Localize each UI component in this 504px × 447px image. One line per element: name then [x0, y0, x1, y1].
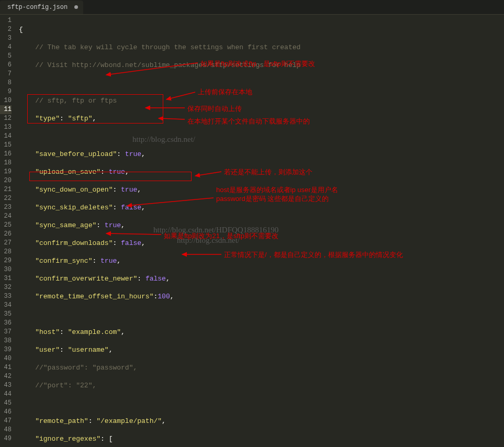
line-number: 8 — [0, 79, 12, 87]
line-number: 6 — [0, 61, 12, 70]
line-number: 47 — [0, 417, 12, 426]
line-number: 22 — [0, 194, 12, 203]
line-number: 5 — [0, 52, 12, 61]
line-number: 13 — [0, 123, 12, 132]
line-number: 44 — [0, 390, 12, 399]
line-number: 2 — [0, 25, 12, 34]
line-number: 24 — [0, 212, 12, 221]
line-number: 48 — [0, 426, 12, 434]
line-number: 26 — [0, 230, 12, 239]
line-number: 45 — [0, 399, 12, 408]
line-number: 11 — [0, 105, 12, 114]
line-number: 33 — [0, 292, 12, 301]
line-number: 10 — [0, 96, 12, 105]
line-number: 27 — [0, 239, 12, 248]
annotation: 保存同时自动上传 — [187, 105, 242, 114]
line-number: 32 — [0, 283, 12, 292]
line-number: 14 — [0, 132, 12, 141]
line-number: 49 — [0, 434, 12, 443]
line-number: 21 — [0, 185, 12, 194]
line-number: 34 — [0, 301, 12, 310]
unsaved-dot-icon — [74, 5, 78, 9]
line-number: 29 — [0, 256, 12, 265]
line-number: 12 — [0, 114, 12, 123]
line-number: 36 — [0, 319, 12, 328]
tab-sftp-config[interactable]: sftp-config.json — [0, 1, 83, 14]
line-number: 15 — [0, 141, 12, 150]
line-number: 41 — [0, 363, 12, 372]
line-number: 19 — [0, 167, 12, 176]
line-number: 3 — [0, 34, 12, 43]
line-number: 1 — [0, 16, 12, 25]
line-number: 23 — [0, 203, 12, 212]
line-number: 4 — [0, 43, 12, 52]
line-number: 9 — [0, 87, 12, 96]
line-number: 37 — [0, 328, 12, 337]
line-number: 20 — [0, 176, 12, 185]
line-number: 46 — [0, 408, 12, 417]
line-number: 38 — [0, 337, 12, 345]
annotation: 上传前保存在本地 — [198, 88, 252, 97]
line-number: 42 — [0, 372, 12, 381]
line-number: 39 — [0, 345, 12, 354]
tab-bar: sftp-config.json — [0, 0, 504, 15]
editor: 1234567891011121314151618192021222324252… — [0, 15, 504, 447]
line-number-gutter: 1234567891011121314151618192021222324252… — [0, 15, 15, 447]
line-number: 18 — [0, 159, 12, 167]
tab-filename: sftp-config.json — [7, 4, 68, 11]
line-number: 16 — [0, 150, 12, 159]
code-area[interactable]: { // The tab key will cycle through the … — [15, 15, 504, 447]
line-number: 7 — [0, 70, 12, 79]
line-number: 35 — [0, 310, 12, 319]
line-number: 31 — [0, 274, 12, 283]
svg-line-7 — [106, 233, 161, 234]
line-number: 40 — [0, 354, 12, 363]
line-number: 30 — [0, 265, 12, 274]
line-number: 28 — [0, 248, 12, 256]
line-number: 25 — [0, 221, 12, 230]
line-number: 43 — [0, 381, 12, 390]
